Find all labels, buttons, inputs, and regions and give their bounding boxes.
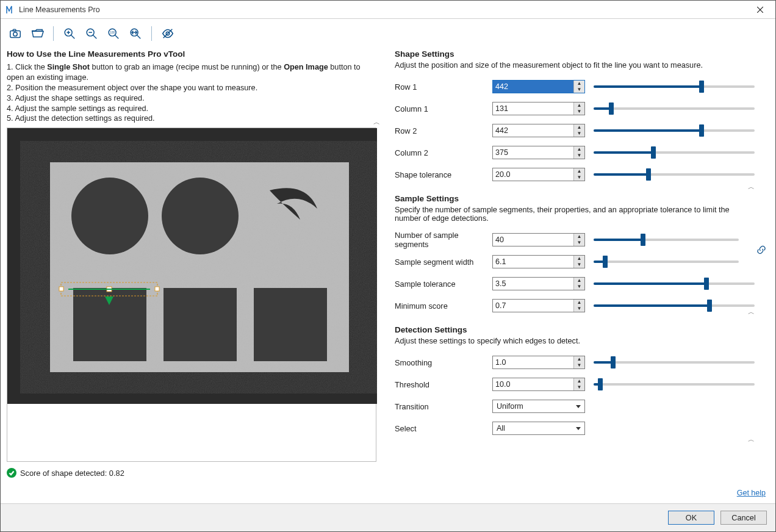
zoom-in-button[interactable] [61, 25, 78, 42]
sample-settings-desc: Specify the number of sample segments, t… [395, 206, 755, 223]
toolbar-separator [151, 26, 152, 41]
status-ok-icon [7, 468, 16, 478]
label-row1: Row 1 [395, 82, 492, 92]
shape-settings-title: Shape Settings [395, 49, 755, 59]
single-shot-button[interactable] [7, 25, 24, 42]
slider-row2[interactable] [594, 124, 755, 137]
label-smoothing: Smoothing [395, 358, 492, 367]
collapse-sample-icon[interactable]: ︿ [748, 309, 755, 315]
status-text: Score of shape detected: 0.82 [20, 469, 124, 478]
input-smoothing[interactable]: ▲▼ [492, 356, 585, 369]
input-row2[interactable]: ▲▼ [492, 124, 585, 137]
input-threshold[interactable]: ▲▼ [492, 378, 585, 391]
svg-rect-29 [59, 287, 63, 291]
svg-point-24 [162, 178, 239, 254]
input-shape-tol[interactable]: ▲▼ [492, 168, 585, 181]
slider-shape-tol[interactable] [594, 168, 755, 181]
input-num-segments[interactable]: ▲▼ [492, 233, 585, 246]
input-col1[interactable]: ▲▼ [492, 102, 585, 115]
combo-select[interactable]: All [492, 422, 585, 435]
label-seg-width: Sample segment width [395, 257, 492, 267]
ok-button[interactable]: OK [668, 511, 714, 525]
image-preview[interactable] [7, 128, 376, 462]
collapse-howto-icon[interactable]: ︿ [373, 118, 380, 127]
svg-point-23 [71, 178, 148, 254]
status-bar: Score of shape detected: 0.82 [7, 468, 376, 478]
input-row1[interactable]: ▲▼ [492, 80, 585, 93]
howto-title: How to Use the Line Measurements Pro vTo… [7, 49, 376, 59]
label-transition: Transition [395, 402, 492, 411]
label-col1: Column 1 [395, 104, 492, 113]
input-min-score[interactable]: ▲▼ [492, 299, 585, 312]
collapse-shape-icon[interactable]: ︿ [748, 184, 755, 190]
combo-transition[interactable]: Uniform [492, 400, 585, 413]
svg-rect-30 [155, 287, 159, 291]
toolbar-separator [53, 26, 54, 41]
label-select: Select [395, 424, 492, 433]
slider-smoothing[interactable] [594, 356, 755, 369]
svg-point-3 [13, 32, 17, 36]
svg-line-10 [93, 35, 97, 39]
label-col2: Column 2 [395, 148, 492, 157]
slider-col1[interactable] [594, 102, 755, 115]
toolbar: 100 [1, 19, 775, 46]
cancel-button[interactable]: Cancel [720, 511, 767, 525]
zoom-100-button[interactable]: 100 [105, 25, 122, 42]
spin-down-icon[interactable]: ▼ [574, 87, 584, 93]
zoom-out-button[interactable] [83, 25, 100, 42]
slider-seg-width[interactable] [594, 255, 739, 268]
slider-sample-tol[interactable] [594, 277, 755, 290]
get-help-link[interactable]: Get help [737, 489, 766, 497]
preview-canvas[interactable] [7, 128, 377, 404]
svg-line-16 [137, 35, 141, 39]
close-button[interactable] [750, 1, 771, 18]
titlebar: Line Measurements Pro [1, 1, 775, 19]
slider-threshold[interactable] [594, 378, 755, 391]
svg-rect-26 [163, 288, 237, 361]
window-title: Line Measurements Pro [19, 5, 100, 14]
open-image-button[interactable] [29, 25, 46, 42]
dialog-footer: OK Cancel [1, 503, 775, 531]
label-threshold: Threshold [395, 380, 492, 389]
slider-min-score[interactable] [594, 299, 755, 312]
dialog-window: Line Measurements Pro 100 [0, 0, 776, 532]
app-icon [5, 5, 15, 15]
toggle-visibility-button[interactable] [159, 25, 176, 42]
label-num-segments: Number of sample segments [395, 231, 492, 249]
zoom-fit-button[interactable] [127, 25, 144, 42]
sample-settings-title: Sample Settings [395, 194, 755, 203]
label-sample-tol: Sample tolerance [395, 279, 492, 289]
detection-settings-title: Detection Settings [395, 325, 755, 334]
link-icon[interactable] [756, 245, 767, 257]
input-col2[interactable]: ▲▼ [492, 146, 585, 159]
label-min-score: Minimum score [395, 301, 492, 311]
spin-up-icon[interactable]: ▲ [574, 81, 584, 87]
howto-text: 1. Click the Single Shot button to grab … [7, 62, 376, 124]
label-row2: Row 2 [395, 126, 492, 135]
label-shape-tol: Shape tolerance [395, 170, 492, 179]
svg-line-19 [163, 29, 173, 38]
slider-row1[interactable] [594, 80, 755, 93]
detection-settings-desc: Adjust these settings to specify which e… [395, 337, 755, 345]
input-seg-width[interactable]: ▲▼ [492, 255, 585, 268]
svg-line-6 [71, 35, 75, 39]
slider-num-segments[interactable] [594, 233, 739, 246]
svg-rect-4 [13, 29, 16, 31]
svg-line-13 [115, 35, 119, 39]
svg-rect-27 [254, 288, 327, 361]
shape-settings-desc: Adjust the position and size of the meas… [395, 61, 755, 70]
collapse-detection-icon[interactable]: ︿ [748, 436, 755, 443]
input-sample-tol[interactable]: ▲▼ [492, 277, 585, 290]
slider-col2[interactable] [594, 146, 755, 159]
svg-text:100: 100 [110, 31, 115, 34]
